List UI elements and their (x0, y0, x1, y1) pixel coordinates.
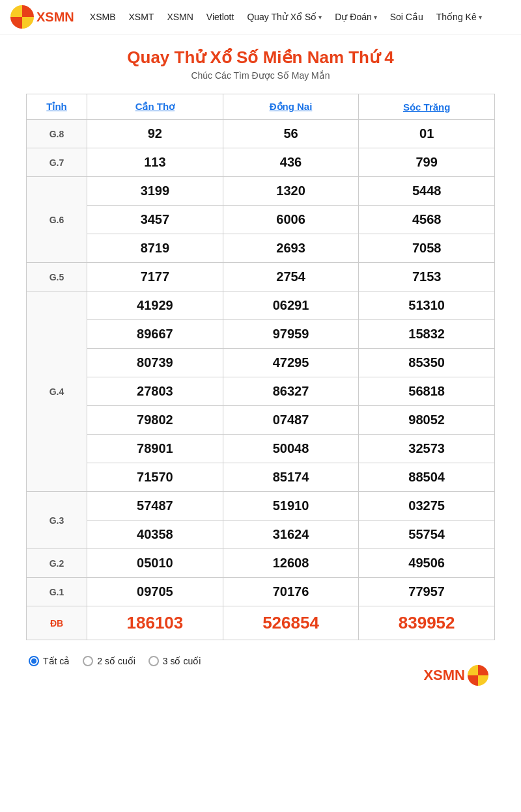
prize-value-col-0: 3457 (87, 206, 223, 234)
nav-dudoan[interactable]: Dự Đoán ▾ (335, 12, 376, 22)
watermark-icon (468, 665, 488, 686)
prize-value-col-1: 12608 (223, 549, 359, 578)
logo-text: XSMN (36, 10, 74, 25)
prize-value-col-0: 80739 (87, 349, 223, 377)
table-row: 807394729585350 (27, 349, 495, 377)
prize-value-col-2: 7058 (359, 234, 495, 263)
prize-value-col-2: 55754 (359, 521, 495, 549)
main-content: Quay Thử Xổ Số Miền Nam Thứ 4 Chúc Các T… (0, 34, 521, 699)
table-row: 278038632756818 (27, 377, 495, 406)
prize-value-col-0: 27803 (87, 377, 223, 406)
prize-value-col-1: 1320 (223, 177, 359, 206)
prize-value-col-2: 03275 (359, 492, 495, 521)
prize-value-col-0: 89667 (87, 320, 223, 349)
prize-value-col-2: 15832 (359, 320, 495, 349)
nav-soicau[interactable]: Soi Cầu (390, 12, 423, 22)
header-tinh[interactable]: Tỉnh (27, 94, 87, 120)
page-subtitle: Chúc Các Tìm Được Số May Mắn (26, 70, 495, 81)
prize-label: G.8 (27, 120, 87, 148)
prize-label: G.2 (27, 549, 87, 578)
prize-value-col-1: 6006 (223, 206, 359, 234)
table-row: 345760064568 (27, 206, 495, 234)
nav-vietlott[interactable]: Vietlott (206, 12, 234, 22)
prize-value-col-1: 31624 (223, 521, 359, 549)
prize-value-col-2: 5448 (359, 177, 495, 206)
prize-value-col-2: 839952 (359, 606, 495, 640)
prize-value-col-0: 186103 (87, 606, 223, 640)
chevron-down-icon: ▾ (318, 14, 322, 21)
header-dongnai[interactable]: Đồng Nai (223, 94, 359, 120)
table-row: ĐB186103526854839952 (27, 606, 495, 640)
prize-label: G.1 (27, 578, 87, 606)
table-row: 798020748798052 (27, 406, 495, 435)
nav-quaythu[interactable]: Quay Thử Xổ Số ▾ (247, 12, 322, 22)
prize-value-col-0: 113 (87, 148, 223, 177)
header-cantho[interactable]: Cần Thơ (87, 94, 223, 120)
prize-label: G.7 (27, 148, 87, 177)
nav-xsmt[interactable]: XSMT (128, 12, 154, 22)
prize-value-col-0: 71570 (87, 463, 223, 492)
prize-value-col-1: 2754 (223, 263, 359, 291)
table-row: G.2050101260849506 (27, 549, 495, 578)
prize-value-col-2: 49506 (359, 549, 495, 578)
prize-value-col-1: 436 (223, 148, 359, 177)
prize-value-col-2: 01 (359, 120, 495, 148)
prize-value-col-0: 3199 (87, 177, 223, 206)
nav-xsmn[interactable]: XSMN (167, 12, 193, 22)
prize-value-col-1: 526854 (223, 606, 359, 640)
prize-value-col-2: 51310 (359, 291, 495, 320)
nav-thongke[interactable]: Thống Kê ▾ (436, 12, 482, 22)
prize-value-col-0: 57487 (87, 492, 223, 521)
prize-value-col-2: 32573 (359, 435, 495, 463)
table-row: 789015004832573 (27, 435, 495, 463)
prize-value-col-0: 7177 (87, 263, 223, 291)
prize-value-col-1: 47295 (223, 349, 359, 377)
table-header-row: Tỉnh Cần Thơ Đồng Nai Sóc Trăng (27, 94, 495, 120)
prize-value-col-0: 09705 (87, 578, 223, 606)
table-row: 403583162455754 (27, 521, 495, 549)
prize-value-col-1: 50048 (223, 435, 359, 463)
prize-value-col-1: 86327 (223, 377, 359, 406)
prize-label: G.3 (27, 492, 87, 549)
header-soctrang[interactable]: Sóc Trăng (359, 94, 495, 120)
prize-value-col-2: 85350 (359, 349, 495, 377)
prize-value-col-0: 92 (87, 120, 223, 148)
table-row: G.1097057017677957 (27, 578, 495, 606)
logo[interactable]: XSMN (10, 5, 74, 29)
nav-xsmb[interactable]: XSMB (90, 12, 116, 22)
prize-value-col-1: 2693 (223, 234, 359, 263)
page-title: Quay Thử Xổ Số Miền Nam Thứ 4 (26, 47, 495, 68)
prize-label: G.6 (27, 177, 87, 263)
prize-value-col-2: 98052 (359, 406, 495, 435)
logo-icon (10, 5, 34, 29)
prize-value-col-0: 8719 (87, 234, 223, 263)
prize-value-col-1: 85174 (223, 463, 359, 492)
radio-dot (31, 658, 36, 664)
prize-label: ĐB (27, 606, 87, 640)
chevron-down-icon: ▾ (374, 14, 377, 21)
table-row: G.6319913205448 (27, 177, 495, 206)
chevron-down-icon: ▾ (479, 14, 482, 21)
prize-value-col-0: 41929 (87, 291, 223, 320)
table-row: G.4419290629151310 (27, 291, 495, 320)
table-row: G.5717727547153 (27, 263, 495, 291)
prize-value-col-1: 56 (223, 120, 359, 148)
table-row: G.7113436799 (27, 148, 495, 177)
prize-value-col-2: 799 (359, 148, 495, 177)
prize-value-col-1: 97959 (223, 320, 359, 349)
prize-label: G.4 (27, 291, 87, 492)
prize-value-col-0: 05010 (87, 549, 223, 578)
prize-value-col-0: 79802 (87, 406, 223, 435)
prize-value-col-2: 88504 (359, 463, 495, 492)
lottery-table: Tỉnh Cần Thơ Đồng Nai Sóc Trăng G.892560… (26, 94, 495, 640)
prize-value-col-1: 06291 (223, 291, 359, 320)
prize-value-col-2: 7153 (359, 263, 495, 291)
prize-value-col-0: 78901 (87, 435, 223, 463)
prize-value-col-0: 40358 (87, 521, 223, 549)
table-row: 896679795915832 (27, 320, 495, 349)
table-row: 715708517488504 (27, 463, 495, 492)
watermark-logo: XSMN (423, 665, 488, 686)
prize-value-col-2: 4568 (359, 206, 495, 234)
nav-bar: XSMN XSMB XSMT XSMN Vietlott Quay Thử Xổ… (0, 0, 521, 34)
prize-value-col-1: 51910 (223, 492, 359, 521)
